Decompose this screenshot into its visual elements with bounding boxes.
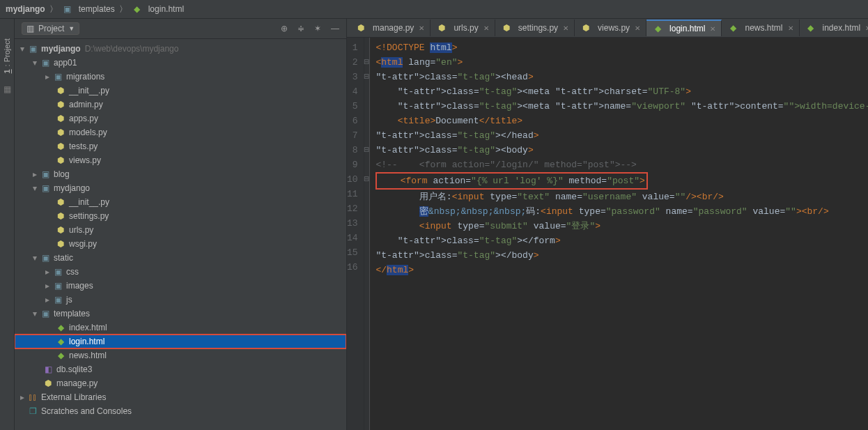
folder-icon: ▣ [40,169,51,180]
folder-icon: ▣ [40,57,51,68]
tree-ext-lib[interactable]: ▸⫿⫿External Libraries [15,390,346,404]
python-file-icon: ⬢ [55,113,66,124]
tree-scratches[interactable]: ❐Scratches and Consoles [15,404,346,418]
close-icon[interactable]: ✕ [563,24,568,32]
tree-admin[interactable]: ⬢admin.py [15,98,346,112]
tree-models[interactable]: ⬢models.py [15,125,346,139]
python-file-icon: ⬢ [55,99,66,110]
hide-icon[interactable]: — [331,24,339,33]
crumb-templates[interactable]: ▣templates [62,3,115,15]
tree-js[interactable]: ▸▣js [15,293,346,307]
folder-icon: ▣ [27,43,38,54]
tree-templates[interactable]: ▾▣templates [15,307,346,321]
html-file-icon: ◆ [132,3,143,15]
editor-tab-login-html[interactable]: ◆login.html✕ [646,20,722,36]
tree-init[interactable]: ⬢__init__.py [15,84,346,98]
code-area[interactable]: 12345678910111213141516 ⊟⊟ ⊟ ⊟ <!DOCTYPE… [347,38,868,430]
folder-icon: ▣ [52,280,63,291]
python-file-icon: ⬢ [580,22,591,33]
close-icon[interactable]: ✕ [635,24,640,32]
code-content[interactable]: <!DOCTYPE html><html lang="en">"t-attr">… [370,38,868,430]
tree-news[interactable]: ◆news.html [15,348,346,362]
chevron-right-icon: 〉 [49,3,58,15]
close-icon[interactable]: ✕ [483,24,489,32]
python-file-icon: ⬢ [436,22,447,33]
crumb-file[interactable]: ◆login.html [132,3,184,15]
tab-label: index.html [823,23,861,33]
scratches-icon: ❐ [27,406,38,417]
project-tree[interactable]: ▾▣mydjangoD:\web\devops\mydjango ▾▣app01… [15,39,346,430]
tree-images[interactable]: ▸▣images [15,279,346,293]
tree-css[interactable]: ▸▣css [15,265,346,279]
project-pane: ▥ Project ▼ ⊕ ≑ ✶ — ▾▣mydjangoD:\web\dev… [15,19,347,430]
tree-tests[interactable]: ⬢tests.py [15,139,346,153]
locate-icon[interactable]: ⊕ [281,24,288,33]
folder-icon: ▣ [52,294,63,305]
folder-icon: ▣ [40,308,51,319]
crumb-root[interactable]: mydjango [6,4,45,14]
editor-tab-urls-py[interactable]: ⬢urls.py✕ [431,20,495,36]
gear-icon[interactable]: ✶ [314,24,321,33]
python-file-icon: ⬢ [55,224,66,236]
collapse-all-icon[interactable]: ≑ [297,24,304,33]
tree-migrations[interactable]: ▸▣migrations [15,70,346,84]
python-file-icon: ⬢ [55,238,66,249]
tree-root[interactable]: ▾▣mydjangoD:\web\devops\mydjango [15,42,346,56]
project-tool-tab[interactable]: 1: Project [3,38,11,73]
project-pane-header: ▥ Project ▼ ⊕ ≑ ✶ — [15,19,346,39]
breadcrumb: mydjango 〉 ▣templates 〉 ◆login.html [0,0,868,19]
tree-static[interactable]: ▾▣static [15,251,346,265]
python-file-icon: ⬢ [501,22,512,33]
tree-index[interactable]: ◆index.html [15,321,346,335]
html-file-icon: ◆ [805,22,816,33]
python-file-icon: ⬢ [55,197,66,208]
close-icon[interactable]: ✕ [419,24,424,32]
editor-tab-news-html[interactable]: ◆news.html✕ [722,20,799,36]
chevron-down-icon: ▼ [68,25,75,32]
tree-blog[interactable]: ▸▣blog [15,167,346,181]
tree-apps[interactable]: ⬢apps.py [15,112,346,125]
tab-label: urls.py [454,23,478,33]
tree-db[interactable]: ◧db.sqlite3 [15,362,346,376]
editor: ⬢manage.py✕⬢urls.py✕⬢settings.py✕⬢views.… [347,19,868,430]
db-file-icon: ◧ [42,364,54,375]
folder-icon: ▣ [40,183,51,194]
folder-icon: ▣ [40,252,51,263]
tree-settings[interactable]: ⬢settings.py [15,209,346,223]
close-icon[interactable]: ✕ [865,24,868,32]
html-file-icon: ◆ [55,336,66,347]
editor-tab-settings-py[interactable]: ⬢settings.py✕ [495,20,575,36]
python-file-icon: ⬢ [55,210,66,222]
tree-urls[interactable]: ⬢urls.py [15,223,346,237]
tab-label: settings.py [518,23,558,33]
tab-label: views.py [598,23,630,33]
tab-label: manage.py [373,23,414,33]
editor-tab-index-html[interactable]: ◆index.html✕ [800,20,869,36]
close-icon[interactable]: ✕ [788,24,793,32]
tree-views[interactable]: ⬢views.py [15,153,346,167]
tree-mydjango[interactable]: ▾▣mydjango [15,181,346,195]
tree-login[interactable]: ◆login.html [15,335,346,348]
fold-column[interactable]: ⊟⊟ ⊟ ⊟ [364,38,371,430]
html-file-icon: ◆ [727,22,738,33]
tab-label: login.html [669,24,705,33]
folder-icon: ▣ [62,3,73,15]
editor-tab-views-py[interactable]: ⬢views.py✕ [575,20,646,36]
tree-wsgi[interactable]: ⬢wsgi.py [15,237,346,251]
tree-app01[interactable]: ▾▣app01 [15,56,346,70]
python-file-icon: ⬢ [55,141,66,152]
project-view-selector[interactable]: ▥ Project ▼ [22,22,79,35]
python-file-icon: ⬢ [55,85,66,96]
tab-label: news.html [745,23,782,33]
python-file-icon: ⬢ [55,127,66,138]
folder-icon: ▣ [52,71,63,82]
structure-tool-tab[interactable]: ▦ [3,84,11,94]
tree-init2[interactable]: ⬢__init__.py [15,195,346,209]
close-icon[interactable]: ✕ [710,25,715,33]
editor-tab-manage-py[interactable]: ⬢manage.py✕ [350,20,431,36]
tree-manage[interactable]: ⬢manage.py [15,376,346,390]
libraries-icon: ⫿⫿ [27,392,38,403]
line-gutter[interactable]: 12345678910111213141516 [347,38,364,430]
html-file-icon: ◆ [55,350,66,361]
python-file-icon: ⬢ [55,155,66,166]
